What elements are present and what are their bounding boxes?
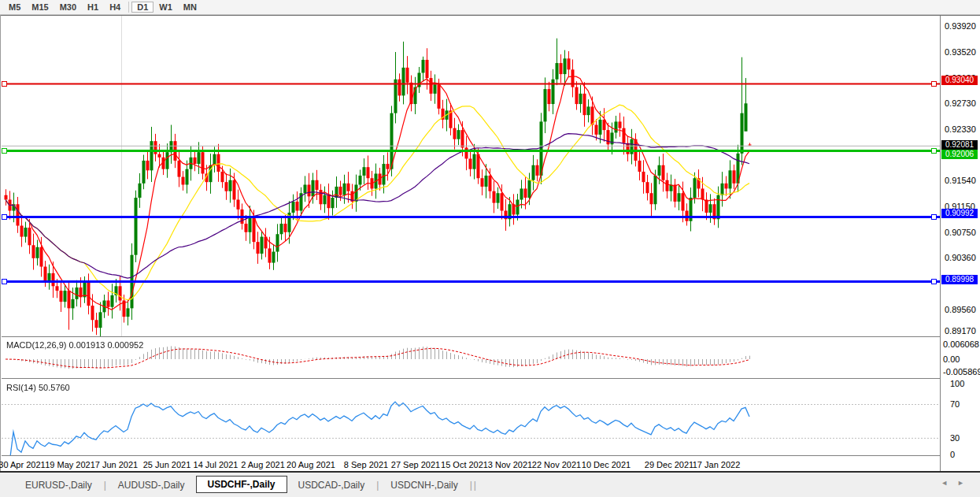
current-price-label: 0.92081 [941, 140, 978, 150]
price-axis-separator [940, 16, 941, 471]
price-axis-tick: 0.92730 [945, 98, 976, 108]
price-chart-pane[interactable] [2, 16, 940, 336]
level-price-label: 0.90992 [941, 209, 978, 218]
period-button-w1[interactable]: W1 [153, 2, 178, 13]
tab-usdchf[interactable]: USDCHF-,Daily [196, 476, 287, 493]
macd-axis-tick: 0.00 [943, 354, 960, 364]
period-button-h4[interactable]: H4 [104, 2, 126, 13]
tab-scroll-arrows[interactable]: ◄► [941, 479, 974, 487]
rsi-axis-tick: 70 [950, 399, 960, 409]
period-button-m15[interactable]: M15 [26, 2, 54, 13]
period-button-h1[interactable]: H1 [82, 2, 104, 13]
date-axis-tick: 2 Aug 2021 [241, 460, 285, 469]
price-axis-tick: 0.91540 [945, 176, 976, 185]
tab-separator: | [376, 480, 379, 491]
tab-audusd[interactable]: AUDUSD-,Daily [107, 477, 196, 493]
date-axis-tick: 17 Jan 2022 [693, 460, 741, 469]
level-price-label: 0.92006 [941, 150, 978, 159]
tab-usdcnh[interactable]: USDCNH-,Daily [379, 477, 468, 493]
period-button-m30[interactable]: M30 [54, 2, 82, 13]
chart-tab-bar: EURUSD-,Daily|AUDUSD-,DailyUSDCHF-,Daily… [0, 473, 980, 497]
period-button-d1[interactable]: D1 [131, 2, 153, 13]
price-axis-tick: 0.93520 [945, 47, 976, 57]
level-price-label: 0.93040 [941, 76, 978, 85]
period-toolbar: M5M15M30H1H4D1W1MN [0, 0, 980, 15]
date-axis-tick: 22 Nov 2021 [532, 460, 581, 469]
date-axis-tick: 10 Dec 2021 [582, 460, 631, 469]
price-axis-tick: 0.92330 [945, 124, 976, 134]
macd-axis-tick: -0.005869 [943, 367, 980, 376]
price-axis-tick: 0.89560 [945, 305, 976, 314]
tab-separator: | [474, 480, 476, 491]
date-axis-tick: 27 Sep 2021 [391, 460, 440, 469]
window-left-border [0, 15, 1, 472]
tab-scroll-left-icon[interactable]: ◄ [941, 479, 957, 487]
tab-separator: | [470, 480, 472, 491]
date-axis-tick: 14 Jul 2021 [194, 460, 239, 469]
tab-usdcad[interactable]: USDCAD-,Daily [287, 477, 376, 493]
rsi-axis-tick: 100 [950, 379, 964, 388]
tab-scroll-right-icon[interactable]: ► [957, 479, 974, 487]
date-axis-tick: 20 Aug 2021 [287, 460, 335, 469]
date-axis-tick: 8 Sep 2021 [344, 460, 388, 469]
rsi-label: RSI(14) 50.5760 [6, 383, 70, 392]
date-axis-tick: 30 Apr 2021 [0, 460, 46, 469]
date-axis-tick: 15 Oct 2021 [441, 460, 488, 469]
date-axis-tick: 3 Nov 2021 [488, 460, 532, 469]
period-button-m5[interactable]: M5 [3, 2, 26, 13]
macd-axis-tick: 0.006068 [943, 339, 979, 349]
date-axis-tick: 19 May 2021 [45, 460, 95, 469]
price-axis-tick: 0.90360 [945, 253, 976, 262]
price-axis-tick: 0.89170 [945, 326, 976, 336]
date-axis-tick: 29 Dec 2021 [645, 460, 693, 469]
rsi-pane[interactable] [2, 379, 940, 455]
rsi-axis-tick: 30 [950, 433, 960, 443]
tab-separator: | [104, 480, 106, 491]
date-axis-tick: 7 Jun 2021 [95, 460, 138, 469]
price-axis-tick: 0.93920 [945, 21, 976, 31]
pane-separator [2, 455, 940, 456]
rsi-axis-tick: 0 [950, 450, 955, 459]
period-button-mn[interactable]: MN [178, 2, 202, 13]
macd-label: MACD(12,26,9) 0.001913 0.000952 [6, 340, 143, 350]
price-axis-tick: 0.90750 [945, 228, 976, 237]
toolbar-separator [128, 2, 129, 13]
date-axis-tick: 25 Jun 2021 [143, 460, 191, 469]
level-price-label: 0.89998 [941, 275, 978, 284]
tab-eurusd[interactable]: EURUSD-,Daily [14, 477, 103, 493]
